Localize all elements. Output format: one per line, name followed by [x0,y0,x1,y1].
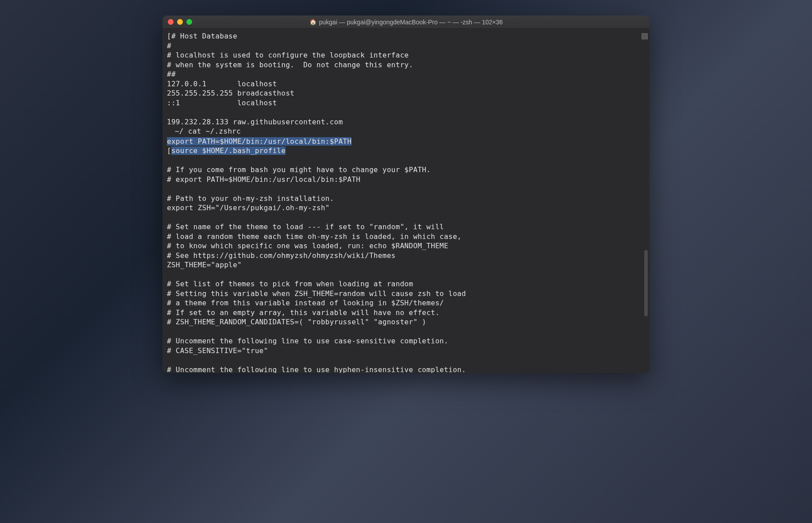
terminal-line[interactable]: ZSH_THEME="apple" [167,260,645,270]
terminal-line[interactable]: # load a random theme each time oh-my-zs… [167,232,645,242]
terminal-line[interactable]: # Set name of the theme to load --- if s… [167,222,645,232]
scroll-indicator-icon [642,33,648,39]
terminal-line[interactable]: # [167,41,645,51]
terminal-line[interactable]: # Setting this variable when ZSH_THEME=r… [167,289,645,299]
terminal-line[interactable]: [# Host Database [167,31,645,41]
terminal-line[interactable]: # Uncomment the following line to use hy… [167,365,645,373]
traffic-lights [168,19,192,25]
terminal-line[interactable] [167,108,645,117]
terminal-line[interactable]: # Uncomment the following line to use ca… [167,336,645,346]
prompt-text: ~/ cat ~/.zshrc [170,127,241,135]
terminal-line[interactable] [167,270,645,280]
terminal-line[interactable]: # If you come from bash you might have t… [167,165,645,175]
terminal-line[interactable]: # Path to your oh-my-zsh installation. [167,194,645,204]
terminal-line[interactable]: [source $HOME/.bash_profile [167,146,645,156]
window-title: 🏠 pukgai — pukgai@yingongdeMacBook-Pro —… [168,19,644,26]
terminal-line[interactable]: # when the system is booting. Do not cha… [167,60,645,70]
terminal-line[interactable]: 255.255.255.255 broadcasthost [167,88,645,98]
terminal-line[interactable]: export PATH=$HOME/bin:/usr/local/bin:$PA… [167,137,645,146]
terminal-content[interactable]: [# Host Database## localhost is used to … [162,29,650,373]
terminal-line[interactable] [167,355,645,365]
close-button[interactable] [168,19,174,25]
window-title-text: pukgai — pukgai@yingongdeMacBook-Pro — ~… [319,19,503,26]
terminal-line[interactable]: ::1 localhost [167,98,645,108]
terminal-line[interactable]: # ZSH_THEME_RANDOM_CANDIDATES=( "robbyru… [167,317,645,327]
terminal-line[interactable]: 199.232.28.133 raw.githubusercontent.com [167,117,645,127]
highlighted-text[interactable]: export PATH=$HOME/bin:/usr/local/bin:$PA… [167,137,352,146]
terminal-line[interactable] [167,213,645,223]
terminal-line[interactable] [167,327,645,337]
terminal-line[interactable]: # See https://github.com/ohmyzsh/ohmyzsh… [167,251,645,261]
highlighted-text[interactable]: source $HOME/.bash_profile [171,146,286,155]
terminal-line[interactable]: # CASE_SENSITIVE="true" [167,346,645,356]
minimize-button[interactable] [177,19,183,25]
terminal-line[interactable]: # a theme from this variable instead of … [167,298,645,308]
home-icon: 🏠 [309,19,317,25]
terminal-line[interactable]: # Set list of themes to pick from when l… [167,279,645,289]
terminal-window: 🏠 pukgai — pukgai@yingongdeMacBook-Pro —… [162,15,650,373]
scrollbar-thumb[interactable] [644,250,648,316]
bracket: [ [167,146,171,155]
zoom-button[interactable] [186,19,192,25]
terminal-line[interactable]: # localhost is used to configure the loo… [167,50,645,60]
terminal-line[interactable]: # export PATH=$HOME/bin:/usr/local/bin:$… [167,175,645,185]
titlebar[interactable]: 🏠 pukgai — pukgai@yingongdeMacBook-Pro —… [162,15,650,29]
terminal-line[interactable]: # If set to an empty array, this variabl… [167,308,645,318]
terminal-line[interactable]: export ZSH="/Users/pukgai/.oh-my-zsh" [167,203,645,213]
terminal-line[interactable]: 127.0.0.1 localhost [167,79,645,89]
terminal-line[interactable]: # to know which specific one was loaded,… [167,241,645,251]
terminal-line[interactable] [167,184,645,194]
terminal-line[interactable] [167,156,645,165]
terminal-line[interactable]: ## [167,69,645,79]
terminal-line[interactable]: ~/ cat ~/.zshrc [167,127,645,137]
